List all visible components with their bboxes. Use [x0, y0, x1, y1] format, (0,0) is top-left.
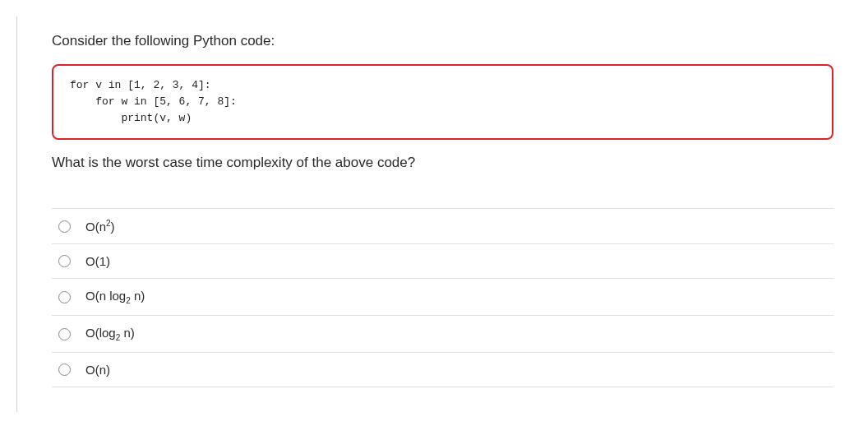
code-block: for v in [1, 2, 3, 4]: for w in [5, 6, 7… — [52, 64, 833, 140]
answer-option[interactable]: O(n2) — [52, 209, 833, 244]
answer-option[interactable]: O(n) — [52, 353, 833, 387]
question-intro-text: Consider the following Python code: — [52, 33, 833, 49]
radio-icon — [58, 364, 71, 376]
radio-icon — [58, 291, 71, 303]
option-label: O(n2) — [85, 219, 115, 234]
answer-option[interactable]: O(log2 n) — [52, 316, 833, 353]
answer-option[interactable]: O(n log2 n) — [52, 279, 833, 316]
radio-icon — [58, 220, 71, 233]
question-container: Consider the following Python code: for … — [16, 16, 852, 412]
option-label: O(n log2 n) — [85, 289, 145, 305]
answer-option[interactable]: O(1) — [52, 244, 833, 279]
radio-icon — [58, 328, 71, 340]
answer-options-list: O(n2) O(1) O(n log2 n) O(log2 n) O(n) — [52, 208, 833, 387]
question-followup-text: What is the worst case time complexity o… — [52, 155, 833, 171]
option-label: O(log2 n) — [85, 326, 135, 342]
option-label: O(n) — [85, 363, 110, 377]
radio-icon — [58, 255, 71, 267]
option-label: O(1) — [85, 254, 110, 268]
